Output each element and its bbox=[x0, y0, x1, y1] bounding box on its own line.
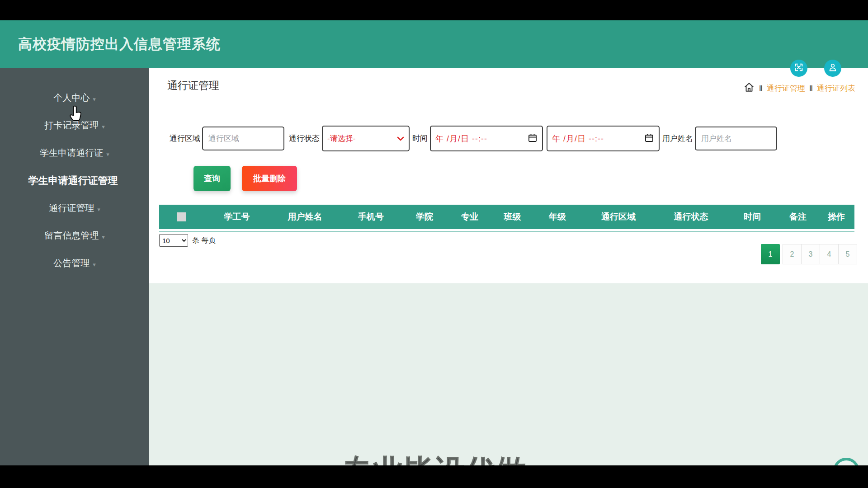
col-major: 专业 bbox=[448, 211, 492, 223]
sidebar-item-label: 通行证管理 bbox=[49, 202, 94, 214]
content-lower-background bbox=[149, 283, 868, 465]
chevron-down-icon: ▾ bbox=[93, 96, 96, 103]
batch-delete-button[interactable]: 批量删除 bbox=[242, 166, 297, 191]
col-time: 时间 bbox=[727, 211, 778, 223]
select-all-checkbox[interactable] bbox=[177, 212, 186, 221]
chevron-down-icon: ▾ bbox=[102, 123, 105, 130]
chevron-down-icon: ▾ bbox=[97, 206, 100, 213]
sidebar-item-student-apply-pass-mgmt[interactable]: 学生申请通行证管理 bbox=[0, 167, 149, 194]
app-window: 高校疫情防控出入信息管理系统 bbox=[0, 0, 868, 488]
col-actions: 操作 bbox=[818, 211, 854, 223]
action-buttons: 查询 批量删除 bbox=[193, 166, 297, 191]
table-header-row: 学工号 用户姓名 手机号 学院 专业 班级 年级 通行区域 通行状态 时间 备注… bbox=[159, 205, 854, 229]
per-page-select[interactable]: 10 bbox=[159, 234, 188, 247]
sidebar-item-label: 留言信息管理 bbox=[44, 230, 99, 242]
breadcrumb: ‖ 通行证管理 ‖ 通行证列表 bbox=[743, 81, 855, 95]
user-icon bbox=[827, 62, 838, 75]
sidebar-item-announcement-mgmt[interactable]: 公告管理 ▾ bbox=[0, 249, 149, 277]
col-class: 班级 bbox=[492, 211, 533, 223]
calendar-icon[interactable] bbox=[528, 133, 538, 145]
time-end-input[interactable]: 年 /月/日 --:-- bbox=[547, 126, 660, 151]
status-filter-select[interactable]: -请选择- bbox=[322, 126, 410, 151]
fullscreen-button[interactable] bbox=[790, 60, 807, 77]
sidebar-item-message-mgmt[interactable]: 留言信息管理 ▾ bbox=[0, 222, 149, 249]
page-title: 通行证管理 bbox=[167, 79, 219, 93]
area-filter-label: 通行区域 bbox=[170, 133, 200, 144]
search-button[interactable]: 查询 bbox=[193, 166, 231, 191]
name-filter-label: 用户姓名 bbox=[662, 133, 693, 144]
status-selected-option: -请选择- bbox=[327, 133, 355, 144]
per-page-control: 10 条 每页 bbox=[159, 234, 216, 247]
main-content: 通行证管理 ‖ 通行证管理 ‖ 通行证列表 通行区域 通行状态 -请选择- bbox=[149, 68, 868, 283]
calendar-icon[interactable] bbox=[644, 133, 654, 145]
breadcrumb-separator: ‖ bbox=[809, 84, 813, 93]
time-start-value: 年 /月/日 --:-- bbox=[435, 133, 487, 144]
sidebar-item-label: 公告管理 bbox=[53, 257, 90, 269]
sidebar: 个人中心 ▾ 打卡记录管理 ▾ 学生申请通行证 ▾ 学生申请通行证管理 通行证管… bbox=[0, 68, 149, 465]
pagination: 1 2 3 4 5 bbox=[761, 244, 857, 264]
col-college: 学院 bbox=[401, 211, 448, 223]
page-button-2[interactable]: 2 bbox=[783, 244, 802, 264]
chevron-down-icon: ▾ bbox=[93, 261, 96, 268]
page-button-1[interactable]: 1 bbox=[761, 244, 780, 264]
select-all-cell bbox=[159, 212, 204, 221]
col-grade: 年级 bbox=[533, 211, 582, 223]
page-button-3[interactable]: 3 bbox=[801, 244, 820, 264]
status-filter-label: 通行状态 bbox=[289, 133, 320, 144]
chevron-down-icon: ▾ bbox=[102, 234, 105, 240]
letterbox-top bbox=[0, 0, 868, 20]
sidebar-menu: 个人中心 ▾ 打卡记录管理 ▾ 学生申请通行证 ▾ 学生申请通行证管理 通行证管… bbox=[0, 68, 149, 277]
chevron-down-icon bbox=[397, 135, 404, 143]
breadcrumb-link-pass-list[interactable]: 通行证列表 bbox=[817, 83, 855, 94]
app-header: 高校疫情防控出入信息管理系统 bbox=[0, 20, 868, 68]
filter-bar: 通行区域 通行状态 -请选择- 时间 年 /月/日 --:-- bbox=[170, 126, 777, 151]
letterbox-bottom bbox=[0, 465, 868, 488]
app-title: 高校疫情防控出入信息管理系统 bbox=[18, 20, 221, 68]
col-user-name: 用户姓名 bbox=[269, 211, 340, 223]
table-footer-divider bbox=[159, 231, 854, 232]
col-student-id: 学工号 bbox=[204, 211, 269, 223]
col-pass-area: 通行区域 bbox=[582, 211, 655, 223]
home-icon[interactable] bbox=[743, 81, 755, 95]
chevron-down-icon: ▾ bbox=[106, 151, 109, 158]
time-filter-label: 时间 bbox=[412, 133, 428, 144]
area-filter-input[interactable] bbox=[202, 127, 284, 150]
user-profile-button[interactable] bbox=[824, 60, 841, 77]
page-button-4[interactable]: 4 bbox=[820, 244, 839, 264]
sidebar-item-pass-mgmt[interactable]: 通行证管理 ▾ bbox=[0, 194, 149, 222]
breadcrumb-separator: ‖ bbox=[759, 84, 763, 93]
col-phone: 手机号 bbox=[340, 211, 401, 223]
mouse-cursor-icon bbox=[69, 105, 83, 123]
col-pass-status: 通行状态 bbox=[655, 211, 727, 223]
per-page-label: 条 每页 bbox=[192, 236, 216, 245]
sidebar-item-label: 个人中心 bbox=[53, 92, 90, 104]
sidebar-item-student-apply-pass[interactable]: 学生申请通行证 ▾ bbox=[0, 139, 149, 167]
breadcrumb-link-pass-mgmt[interactable]: 通行证管理 bbox=[767, 83, 805, 94]
time-end-value: 年 /月/日 --:-- bbox=[552, 133, 604, 144]
sidebar-item-label: 学生申请通行证管理 bbox=[28, 174, 118, 188]
col-remark: 备注 bbox=[778, 211, 818, 223]
name-filter-input[interactable] bbox=[695, 127, 777, 150]
sidebar-item-label: 学生申请通行证 bbox=[40, 147, 103, 159]
fullscreen-icon bbox=[794, 62, 804, 74]
time-start-input[interactable]: 年 /月/日 --:-- bbox=[430, 126, 543, 151]
page-button-5[interactable]: 5 bbox=[838, 244, 857, 264]
